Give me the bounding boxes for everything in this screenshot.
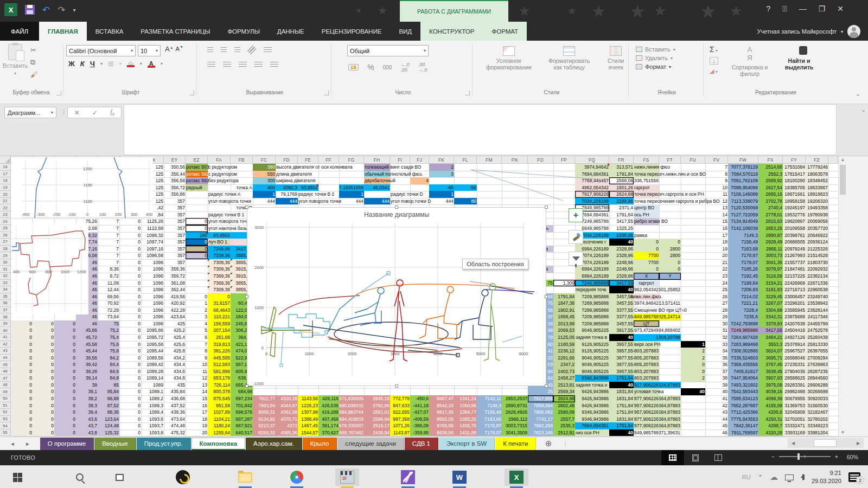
cell-FY48[interactable]: 29283391 [783,382,806,389]
italic-button[interactable]: К [80,60,85,68]
column-header-EZ[interactable]: EZ [186,156,208,164]
cell-FQ38[interactable]: 7209,985888 [575,313,609,320]
cell-EZ28[interactable]: 0 [186,246,208,253]
cell-FU42[interactable]: 1 [681,341,705,348]
cell-EX26[interactable]: 1098,32 [141,232,164,239]
cell-EU43[interactable]: 45,44 [76,348,98,355]
cell-FG51[interactable]: 9680,636032 [339,402,364,409]
cell-FW23[interactable]: 7127,722059 [728,211,758,219]
cell-ES42[interactable]: 0 [33,341,54,348]
cell-EZ49[interactable]: 14 [186,388,208,395]
cell-FS27[interactable]: 0 [634,239,659,246]
column-header-EY[interactable]: EY [164,156,186,164]
cell-FW18[interactable]: 7091,762109 [728,177,758,184]
cell-FX50[interactable]: 4099,39 [758,395,783,402]
cell-FW42[interactable]: 7283,989468 [728,341,758,348]
cell-FZ48[interactable]: 29606288 [806,382,828,389]
cell-FS31[interactable]: 0 [634,266,659,273]
cell-FA52[interactable]: 1027,89 [208,409,231,416]
cell-FP49[interactable]: 2569,34 [553,388,575,395]
ribbon-tab-главная[interactable]: ГЛАВНАЯ [39,22,87,41]
sheet-tab-крыло[interactable]: Крыло [303,438,337,450]
cell-EX27[interactable]: 1097,74 [141,239,164,246]
column-header-FJ[interactable]: FJ [410,156,429,164]
cell-FH19[interactable]: 48,0341 [364,184,390,191]
cell-EY45[interactable]: 434,4 [164,361,186,368]
cell-EY47[interactable]: 434,8 [164,375,186,382]
cell-EY53[interactable]: 473,64 [164,416,186,423]
cell-FX52[interactable]: 4205,6 [758,409,783,416]
row-header-48[interactable]: 48 [0,382,11,389]
conditional-formatting-button[interactable]: Условное форматирование [484,46,534,70]
cell-FZ55[interactable]: 33881204 [806,429,828,436]
cell-EY50[interactable]: 436,68 [164,395,186,402]
zoom-in-icon[interactable]: + [835,453,838,460]
cell-FV30[interactable]: 21 [705,259,728,266]
cell-EV44[interactable]: 84,2 [98,355,119,362]
cell-FH52[interactable]: 2681,01 [364,409,390,416]
cell-FQ19[interactable]: 4962,054342 [575,184,609,191]
cell-EV51[interactable]: 87,52 [98,402,119,409]
column-header-FU[interactable]: FU [681,156,705,164]
embedded-chart-fin-profile[interactable]: 120011501100-400-300-200-100010020030040… [11,157,153,218]
cell-FR48[interactable]: 40 [609,382,634,389]
cell-FS22[interactable]: центр ВО [634,204,659,211]
select-all-corner[interactable] [0,156,11,164]
cell-EV28[interactable]: 7 [98,246,119,253]
cell-FZ39[interactable]: 24455799 [806,320,828,328]
cell-FX36[interactable]: 3267,07 [758,300,783,307]
cell-FB49[interactable]: 684,98 [231,388,253,395]
cell-FS19[interactable]: гаргрот [634,184,659,191]
align-left-icon[interactable] [207,62,215,68]
cell-FZ33[interactable]: 22671336 [806,280,828,287]
cell-EY41[interactable]: 425,4 [164,334,186,341]
cell-EV36[interactable]: 70,92 [98,300,119,307]
copy-icon[interactable]: ⧉ [30,58,37,67]
align-right-icon[interactable] [239,62,247,68]
cell-FT27[interactable]: 0 [659,239,681,246]
cell-FW25[interactable]: 7142,106039 [728,225,758,232]
cell-FV38[interactable]: 29 [705,313,728,320]
cell-EU55[interactable]: 43,8 [76,429,98,436]
cell-FZ31[interactable]: 22092932 [806,266,828,273]
cell-FX25[interactable]: 2853,25 [758,225,783,232]
cell-FV55[interactable]: 46 [705,429,728,436]
cell-EV50[interactable]: 86,68 [98,395,119,402]
comma-format-icon[interactable]: 000 [383,65,392,70]
cell-EY33[interactable]: 361,08 [164,280,186,287]
chart-selection-handle[interactable] [545,384,548,388]
cell-FM52[interactable]: 7156,49 [477,409,502,416]
cell-FA53[interactable]: 1104,21 [208,416,231,423]
cell-FY41[interactable]: 24827126 [783,334,806,341]
cell-FR16[interactable]: 313,571 [609,164,634,171]
cell-ER43[interactable]: 0 [11,348,33,355]
cell-FR51[interactable]: 1751,84 [609,402,634,409]
cell-EW51[interactable]: 0 [119,402,141,409]
cell-ES54[interactable]: 0 [33,422,54,429]
cell-EW35[interactable]: 0 [119,293,141,300]
cell-EV42[interactable]: 75,6 [98,341,119,348]
cell-EY40[interactable]: 425,2 [164,327,186,334]
cell-FZ28[interactable]: 21225326 [806,246,828,253]
collapse-ribbon-icon[interactable]: ⌃ [856,93,860,100]
row-header-41[interactable]: 41 [0,334,11,341]
cell-FR21[interactable]: 2288,96 [609,198,634,205]
cell-FZ54[interactable]: 33348223 [806,422,828,429]
cell-FE52[interactable]: 1307,98 [298,409,318,416]
cell-FY22[interactable]: 19245197 [783,204,806,211]
cell-EV26[interactable]: 7 [98,232,119,239]
cell-FQ34[interactable]: передняя точк [575,286,609,293]
decrease-indent-icon[interactable] [254,62,263,68]
column-header-FT[interactable]: FT [659,156,681,164]
cell-FX55[interactable]: 4320,28 [758,429,783,436]
row-header-46[interactable]: 46 [0,368,11,375]
cell-EU41[interactable]: 45,72 [76,334,98,341]
cell-FY26[interactable]: 20398761 [783,232,806,239]
font-name-combo[interactable]: Calibri (Основной▾ [66,45,136,56]
cell-FX33[interactable]: 3154,21 [758,280,783,287]
cell-FQ40[interactable]: 9046,905225 [575,327,609,334]
cell-EY22[interactable]: 357 [164,204,186,211]
increase-decimal-icon[interactable]: ←,0,00 [400,62,410,73]
column-header-FN[interactable]: FN [502,156,528,164]
onedrive-icon[interactable]: ☁ [770,472,778,482]
